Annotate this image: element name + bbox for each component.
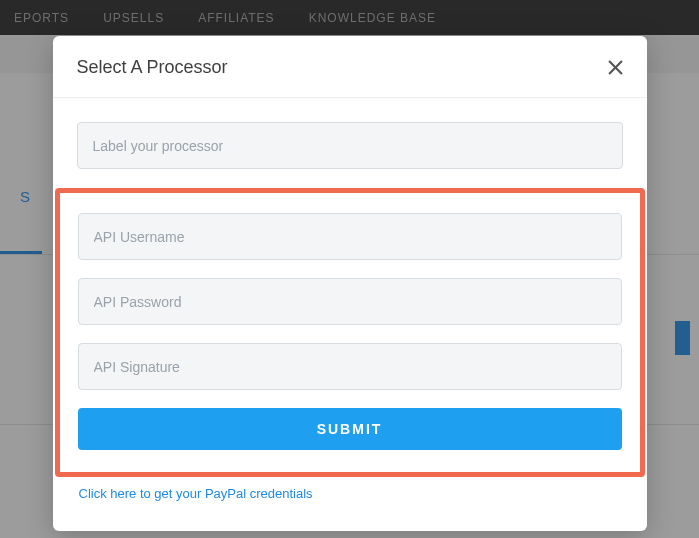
modal-overlay: Select A Processor SUBMIT Click here to … — [0, 0, 699, 538]
modal-body: SUBMIT Click here to get your PayPal cre… — [53, 98, 647, 531]
label-processor-input[interactable] — [77, 122, 623, 169]
api-username-input[interactable] — [78, 213, 622, 260]
select-processor-modal: Select A Processor SUBMIT Click here to … — [53, 36, 647, 531]
close-icon[interactable] — [608, 60, 623, 75]
modal-header: Select A Processor — [53, 36, 647, 98]
api-credentials-highlight: SUBMIT — [55, 188, 645, 477]
modal-title: Select A Processor — [77, 57, 228, 78]
paypal-credentials-link[interactable]: Click here to get your PayPal credential… — [79, 486, 313, 501]
submit-button[interactable]: SUBMIT — [78, 408, 622, 450]
api-signature-input[interactable] — [78, 343, 622, 390]
api-password-input[interactable] — [78, 278, 622, 325]
